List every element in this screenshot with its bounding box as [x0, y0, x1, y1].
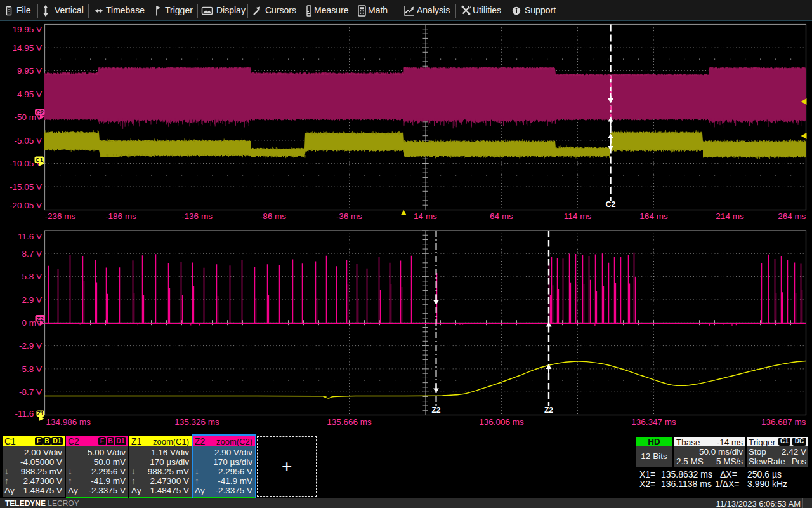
svg-text:-236 ms: -236 ms — [45, 211, 76, 221]
svg-text:-15.05 V: -15.05 V — [10, 182, 42, 192]
svg-text:135.326 ms: 135.326 ms — [174, 417, 219, 427]
svg-text:Z2: Z2 — [431, 406, 440, 415]
svg-text:-2.9 V: -2.9 V — [19, 341, 42, 351]
svg-text:134.986 ms: 134.986 ms — [46, 417, 91, 427]
svg-text:264 ms: 264 ms — [778, 211, 806, 221]
svg-text:9.95 V: 9.95 V — [17, 66, 42, 76]
svg-text:-20.05 V: -20.05 V — [10, 201, 42, 210]
svg-text:-36 ms: -36 ms — [336, 211, 363, 221]
svg-text:2.9 V: 2.9 V — [22, 295, 42, 305]
svg-text:214 ms: 214 ms — [716, 211, 744, 221]
svg-text:4.95 V: 4.95 V — [17, 90, 42, 99]
svg-text:-86 ms: -86 ms — [260, 211, 287, 221]
svg-text:19.95 V: 19.95 V — [12, 25, 42, 34]
svg-text:136.687 ms: 136.687 ms — [761, 417, 806, 427]
svg-text:-5.8 V: -5.8 V — [19, 364, 42, 374]
svg-text:14.95 V: 14.95 V — [12, 43, 42, 53]
svg-text:64 ms: 64 ms — [490, 211, 513, 221]
svg-text:136.006 ms: 136.006 ms — [479, 417, 524, 427]
svg-text:136.347 ms: 136.347 ms — [631, 417, 676, 427]
svg-text:C2: C2 — [606, 200, 616, 209]
svg-text:114 ms: 114 ms — [564, 211, 592, 221]
svg-text:5.8 V: 5.8 V — [22, 272, 42, 281]
svg-text:Z1: Z1 — [37, 410, 44, 417]
svg-text:135.666 ms: 135.666 ms — [327, 417, 372, 427]
svg-text:8.7 V: 8.7 V — [22, 249, 42, 258]
svg-text:Z2: Z2 — [37, 315, 44, 322]
svg-text:14 ms: 14 ms — [414, 211, 437, 221]
svg-text:C2: C2 — [36, 109, 44, 116]
svg-text:Z2: Z2 — [544, 406, 553, 415]
svg-text:11.6 V: 11.6 V — [18, 232, 42, 241]
svg-text:-186 ms: -186 ms — [105, 211, 136, 221]
svg-text:-136 ms: -136 ms — [181, 211, 213, 221]
svg-text:-5.05 V: -5.05 V — [14, 136, 42, 145]
svg-text:-8.7 V: -8.7 V — [19, 387, 42, 397]
svg-text:164 ms: 164 ms — [639, 211, 668, 221]
